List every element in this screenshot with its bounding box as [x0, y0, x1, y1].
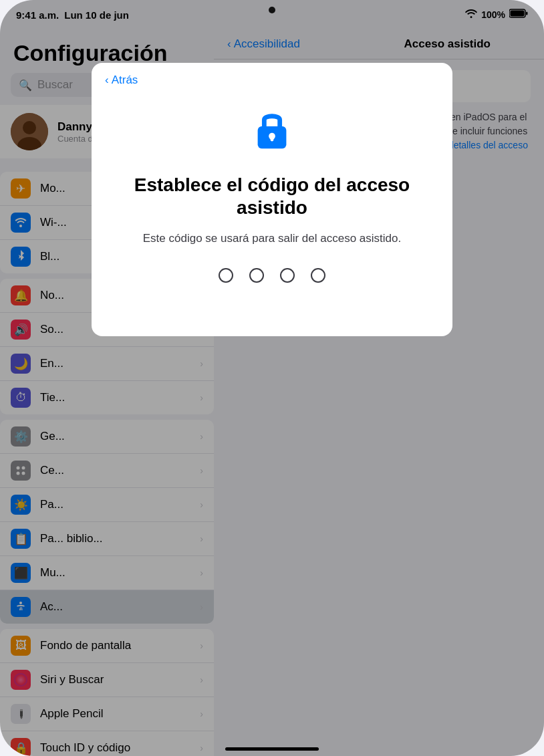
- modal-title: Establece el código del acceso asistido: [118, 174, 426, 219]
- modal-body: Establece el código del acceso asistido …: [92, 92, 452, 309]
- pin-dot-1: [219, 268, 233, 283]
- lock-icon: [252, 106, 292, 152]
- home-indicator: [225, 747, 319, 751]
- modal-back-chevron: ‹: [105, 74, 109, 87]
- modal: ‹ Atrás Establece el código del acceso a…: [92, 63, 452, 336]
- overlay: ‹ Atrás Establece el código del acceso a…: [0, 0, 544, 756]
- modal-back-label: Atrás: [112, 74, 138, 87]
- pin-dot-2: [249, 268, 264, 283]
- modal-nav: ‹ Atrás: [92, 63, 452, 92]
- svg-rect-16: [271, 136, 274, 142]
- pin-dots: [219, 268, 325, 283]
- pin-dot-3: [280, 268, 295, 283]
- modal-description: Este código se usará para salir del acce…: [143, 231, 401, 247]
- pin-dot-4: [311, 268, 325, 283]
- modal-back-button[interactable]: ‹ Atrás: [105, 74, 138, 87]
- lock-icon-wrap: [252, 106, 292, 155]
